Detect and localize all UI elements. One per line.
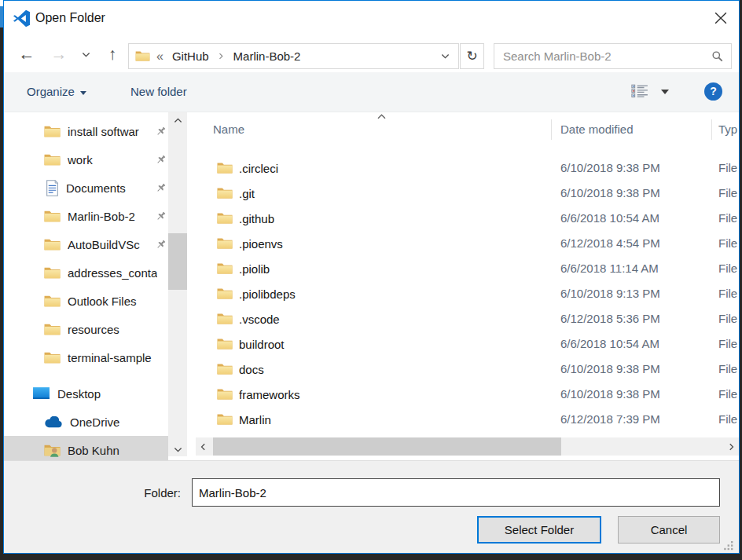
sidebar-item-label: Documents (66, 181, 126, 195)
onedrive-icon (44, 416, 63, 428)
folder-icon (44, 351, 61, 364)
column-header-date-modified[interactable]: Date modified (560, 123, 634, 136)
chevron-left-icon (200, 443, 206, 451)
close-button[interactable] (712, 10, 729, 26)
file-row[interactable]: .pioenvs 6/12/2018 4:54 PM File (196, 231, 739, 256)
folder-name-input[interactable] (192, 478, 720, 507)
sidebar-item[interactable]: addresses_conta (4, 258, 168, 287)
view-mode-caret-icon[interactable] (661, 90, 669, 94)
file-type: File (718, 281, 737, 306)
folder-icon (44, 125, 61, 138)
breadcrumb-segment-github[interactable]: GitHub (172, 49, 209, 63)
scroll-right-button[interactable] (725, 437, 739, 456)
sidebar-item-label: Bob Kuhn (68, 444, 119, 457)
breadcrumb-overflow[interactable]: « (156, 49, 163, 64)
file-row[interactable]: Marlin 6/12/2018 7:39 PM File (196, 407, 739, 432)
column-separator[interactable] (551, 119, 552, 140)
horizontal-scrollbar-thumb[interactable] (213, 437, 561, 456)
sidebar-item[interactable]: work (4, 145, 168, 174)
footer-panel: Folder: Select Folder Cancel (4, 460, 739, 554)
folder-icon (217, 162, 233, 174)
forward-button: → (47, 38, 71, 72)
search-input[interactable] (501, 49, 703, 64)
back-button[interactable]: ← (15, 38, 39, 72)
folder-icon (217, 187, 233, 199)
file-row[interactable]: .vscode 6/12/2018 5:36 PM File (196, 306, 739, 331)
address-bar[interactable]: « GitHub Marlin-Bob-2 (128, 43, 459, 69)
sidebar-scrollbar[interactable] (168, 112, 187, 456)
column-header-name[interactable]: Name (213, 123, 244, 136)
file-row[interactable]: .piolib 6/6/2018 11:14 AM File (196, 256, 739, 281)
vscode-logo-icon (13, 9, 31, 27)
cancel-button[interactable]: Cancel (618, 516, 720, 544)
address-dropdown-chevron-icon[interactable] (441, 53, 450, 60)
file-type: File (718, 407, 737, 432)
view-mode-icon[interactable] (631, 83, 648, 99)
file-name: docs (239, 363, 264, 376)
scroll-left-button[interactable] (196, 437, 210, 456)
file-row[interactable]: buildroot 6/6/2018 10:54 AM File (196, 331, 739, 357)
sidebar-item-label: work (68, 153, 93, 167)
file-date-modified: 6/12/2018 5:36 PM (560, 306, 660, 331)
column-header-type[interactable]: Typ (718, 123, 737, 136)
sidebar-item[interactable]: install softwar (4, 117, 168, 145)
resize-grip-icon[interactable] (724, 541, 733, 551)
file-date-modified: 6/12/2018 7:39 PM (560, 407, 660, 432)
folder-field-label: Folder: (98, 486, 181, 500)
scroll-up-button[interactable] (168, 112, 187, 126)
folder-icon (217, 262, 233, 275)
file-type: File (718, 231, 737, 256)
file-date-modified: 6/12/2018 4:54 PM (560, 231, 660, 256)
file-row[interactable]: .github 6/6/2018 10:54 AM File (196, 206, 739, 231)
sidebar: install softwar work (4, 112, 168, 460)
scroll-down-button[interactable] (168, 442, 187, 456)
folder-icon (44, 266, 61, 280)
column-separator[interactable] (711, 119, 712, 140)
file-row[interactable]: frameworks 6/10/2018 9:38 PM File (196, 382, 739, 407)
folder-icon (217, 338, 233, 350)
dialog-title: Open Folder (35, 11, 105, 25)
file-name: .circleci (239, 162, 278, 175)
file-name: buildroot (239, 338, 285, 351)
sidebar-item[interactable]: Bob Kuhn (4, 436, 168, 460)
file-type: File (718, 256, 737, 281)
file-row[interactable]: .git 6/10/2018 9:38 PM File (196, 181, 739, 206)
sidebar-item[interactable]: resources (4, 315, 168, 343)
refresh-button[interactable]: ↻ (460, 43, 484, 69)
horizontal-scrollbar[interactable] (196, 437, 739, 456)
help-button[interactable]: ? (704, 82, 722, 101)
close-icon (714, 12, 727, 24)
titlebar: Open Folder (4, 1, 739, 38)
organize-menu[interactable]: Organize (27, 72, 86, 112)
search-icon[interactable] (711, 50, 723, 62)
sidebar-item[interactable]: AutoBuildVSc (4, 230, 168, 258)
up-button[interactable]: ↑ (101, 38, 123, 72)
file-row[interactable]: .piolibdeps 6/10/2018 9:13 PM File (196, 281, 739, 306)
file-date-modified: 6/6/2018 11:14 AM (560, 256, 659, 281)
breadcrumb-segment-current[interactable]: Marlin-Bob-2 (233, 49, 301, 63)
folder-icon (135, 50, 150, 62)
recent-locations-chevron-icon[interactable] (82, 52, 90, 58)
sidebar-scrollbar-thumb[interactable] (168, 233, 187, 290)
select-folder-button[interactable]: Select Folder (477, 516, 601, 544)
sidebar-item[interactable]: Documents (4, 174, 168, 202)
chevron-up-icon (174, 117, 182, 123)
pin-icon (155, 126, 167, 137)
file-type: File (718, 206, 737, 231)
sidebar-item[interactable]: Desktop (4, 379, 168, 408)
documents-icon (46, 180, 59, 196)
new-folder-button[interactable]: New folder (130, 72, 187, 112)
sidebar-item[interactable]: Outlook Files (4, 287, 168, 315)
user-folder-icon (44, 444, 61, 457)
chevron-right-icon[interactable] (219, 53, 224, 60)
sidebar-item[interactable]: OneDrive (4, 408, 168, 436)
folder-icon (44, 153, 61, 167)
folder-icon (217, 237, 233, 250)
sidebar-item[interactable]: Marlin-Bob-2 (4, 202, 168, 230)
folder-icon (44, 210, 61, 223)
file-row[interactable]: docs 6/10/2018 9:38 PM File (196, 357, 739, 382)
open-folder-dialog: Open Folder ← → ↑ « GitHub Marlin-Bob-2 … (3, 0, 740, 554)
sidebar-item[interactable]: terminal-sample (4, 343, 168, 372)
sidebar-item-label: AutoBuildVSc (68, 238, 140, 251)
file-row[interactable]: .circleci 6/10/2018 9:38 PM File (196, 156, 739, 181)
